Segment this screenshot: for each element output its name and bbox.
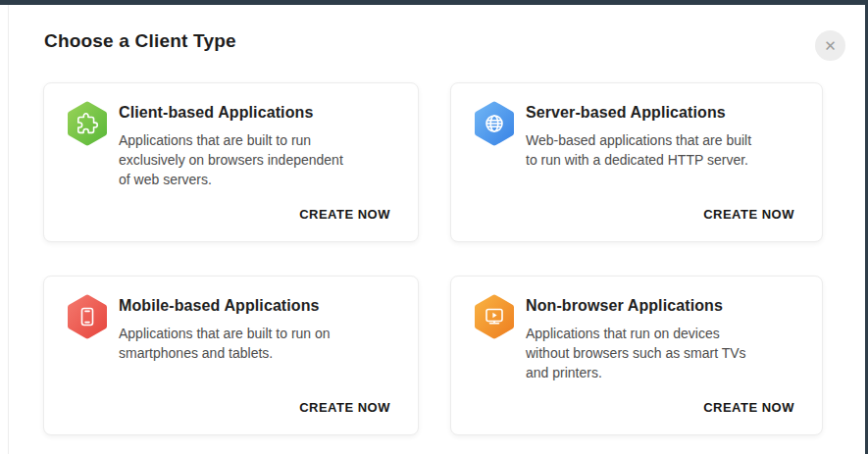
card-client-based-applications[interactable]: Client-based Applications Applications t… xyxy=(43,82,419,242)
card-description: Applications that are built to run exclu… xyxy=(119,130,352,189)
create-now-link-non-browser[interactable]: CREATE NOW xyxy=(703,400,794,415)
monitor-play-icon xyxy=(474,294,515,339)
card-description: Applications that run on devices without… xyxy=(526,324,759,382)
card-text: Non-browser Applications Applications th… xyxy=(526,294,759,382)
card-server-based-applications[interactable]: Server-based Applications Web-based appl… xyxy=(450,82,823,242)
card-text: Server-based Applications Web-based appl… xyxy=(526,101,759,170)
puzzle-icon xyxy=(67,101,108,146)
globe-icon xyxy=(474,101,515,146)
card-description: Applications that are built to run on sm… xyxy=(119,324,352,363)
card-non-browser-applications[interactable]: Non-browser Applications Applications th… xyxy=(450,276,823,435)
create-now-link-client-based[interactable]: CREATE NOW xyxy=(299,207,390,222)
create-now-link-mobile-based[interactable]: CREATE NOW xyxy=(299,400,390,415)
create-now-link-server-based[interactable]: CREATE NOW xyxy=(703,207,794,222)
card-title: Client-based Applications xyxy=(119,104,352,122)
card-title: Non-browser Applications xyxy=(526,297,759,315)
card-body: Non-browser Applications Applications th… xyxy=(474,294,794,382)
card-body: Server-based Applications Web-based appl… xyxy=(474,101,794,170)
card-mobile-based-applications[interactable]: Mobile-based Applications Applications t… xyxy=(43,276,419,435)
card-body: Client-based Applications Applications t… xyxy=(67,101,390,189)
choose-client-type-modal: Choose a Client Type ✕ xyxy=(8,5,865,454)
close-icon: ✕ xyxy=(824,37,837,55)
modal-title: Choose a Client Type xyxy=(44,30,236,52)
card-text: Mobile-based Applications Applications t… xyxy=(119,294,352,363)
client-type-cards: Client-based Applications Applications t… xyxy=(43,82,823,435)
smartphone-icon xyxy=(67,294,108,339)
card-description: Web-based applications that are built to… xyxy=(526,130,759,170)
close-button[interactable]: ✕ xyxy=(815,30,845,61)
card-title: Server-based Applications xyxy=(526,104,759,122)
card-title: Mobile-based Applications xyxy=(119,297,352,315)
card-text: Client-based Applications Applications t… xyxy=(119,101,352,189)
card-body: Mobile-based Applications Applications t… xyxy=(67,294,390,363)
